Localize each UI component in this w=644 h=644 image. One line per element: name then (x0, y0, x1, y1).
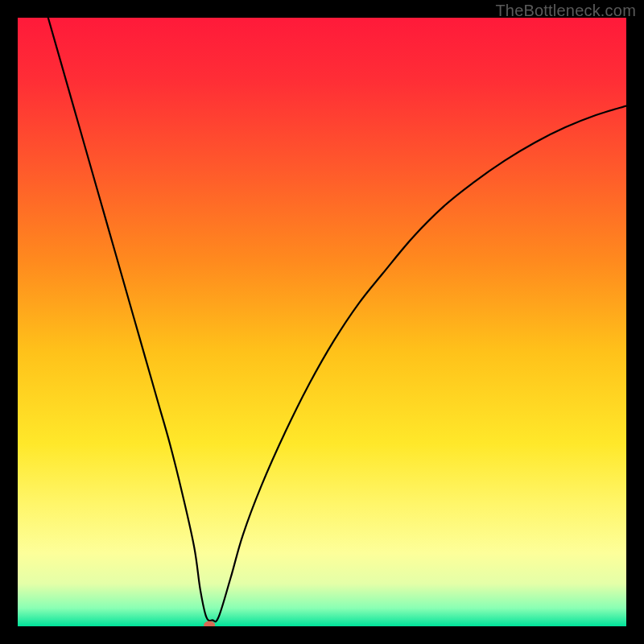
plot-area (18, 18, 626, 626)
chart-frame: TheBottleneck.com (0, 0, 644, 644)
bottleneck-chart (18, 18, 626, 626)
gradient-background (18, 18, 626, 626)
